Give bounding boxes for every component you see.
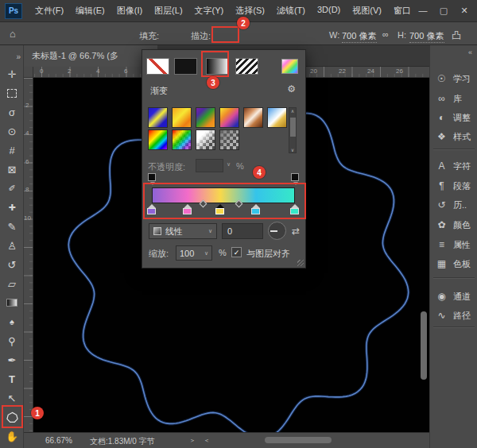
gradient-preset-white-transparent[interactable] [196, 129, 215, 150]
scrollbar-thumb[interactable] [290, 118, 296, 137]
gradient-preset-blue-yellow-blue[interactable] [148, 107, 168, 128]
panel-label: 历.. [453, 199, 467, 211]
reverse-gradient-icon[interactable]: ⇄ [292, 226, 300, 237]
type-tool[interactable]: T [0, 369, 24, 388]
prev-arrow-icon[interactable]: ＜ [204, 436, 210, 445]
menu-edit[interactable]: 编辑(E) [76, 5, 105, 17]
scale-select[interactable]: 100∨ [176, 245, 212, 261]
color-picker-button[interactable] [281, 59, 298, 74]
panel-paragraph[interactable]: ¶段落 [430, 177, 477, 195]
ruler-tick-label: 24 [367, 68, 374, 75]
vertical-scrollbar-thumb[interactable] [421, 311, 427, 380]
panel-channels[interactable]: ◉通道 [430, 288, 477, 305]
annotation-badge-3: 3 [207, 76, 219, 89]
gear-icon[interactable]: ⚙ [287, 83, 296, 95]
menu-type[interactable]: 文字(Y) [195, 5, 224, 17]
panel-properties[interactable]: ≡属性 [430, 236, 477, 253]
panel-swatches[interactable]: ▦色板 [430, 255, 477, 272]
home-icon[interactable]: ⌂ [10, 28, 16, 40]
angle-dial[interactable] [268, 222, 286, 240]
no-color-button[interactable] [146, 58, 169, 75]
panel-adjustments[interactable]: ◐调整 [430, 109, 477, 126]
height-input[interactable]: 700 像素 [409, 30, 444, 43]
menu-image[interactable]: 图像(I) [117, 5, 142, 17]
clone-stamp-tool[interactable]: ♙ [0, 236, 24, 255]
gradient-preset-orange-yellow[interactable] [172, 107, 192, 128]
align-with-layer-checkbox[interactable]: ✓ [231, 247, 242, 257]
menu-3d[interactable]: 3D(D) [317, 5, 340, 17]
minimize-button[interactable]: — [417, 6, 429, 16]
scroll-up-icon[interactable]: ∧ [289, 108, 296, 114]
pattern-button[interactable] [235, 58, 258, 75]
ruler-corner [24, 67, 33, 78]
ruler-tick-label: 6 [124, 68, 127, 75]
preset-scrollbar[interactable]: ∧ ∨ [289, 107, 297, 153]
move-tool[interactable]: ✛ [0, 64, 24, 83]
link-dimensions-icon[interactable]: ∞ [382, 29, 389, 39]
menu-items: 文件(F) 编辑(E) 图像(I) 图层(L) 文字(Y) 选择(S) 滤镜(T… [35, 5, 411, 17]
panel-character[interactable]: A字符 [430, 157, 477, 175]
paths-icon: ∿ [436, 310, 448, 321]
frame-tool[interactable]: ⊠ [0, 160, 24, 179]
collapse-panels-icon[interactable]: « [468, 48, 472, 56]
maximize-button[interactable]: ▢ [437, 6, 450, 16]
annotation-box-gradient-bar [143, 183, 306, 219]
object-selection-tool[interactable]: ⊙ [0, 122, 24, 141]
eyedropper-tool[interactable]: ✐ [0, 179, 24, 198]
opacity-stop-left[interactable] [148, 173, 156, 181]
opacity-stop-right[interactable] [291, 173, 299, 181]
gradient-style-value: 线性 [165, 226, 183, 238]
menu-window[interactable]: 窗口 [394, 5, 411, 17]
brush-tool[interactable]: ✎ [0, 217, 24, 236]
resize-grip[interactable] [297, 260, 304, 266]
menu-view[interactable]: 视图(V) [352, 5, 382, 17]
crop-tool[interactable]: # [0, 141, 24, 160]
solid-color-button[interactable] [174, 58, 197, 75]
menu-select[interactable]: 选择(S) [235, 5, 265, 17]
gradient-preset-spectrum[interactable] [148, 129, 168, 150]
panel-libraries[interactable]: ∞库 [430, 90, 477, 107]
menu-layer[interactable]: 图层(L) [154, 5, 182, 17]
gradient-tool[interactable] [0, 293, 24, 312]
menu-file[interactable]: 文件(F) [35, 5, 64, 17]
history-brush-tool[interactable]: ↺ [0, 255, 24, 274]
panel-label: 字符 [453, 160, 471, 172]
marquee-tool[interactable] [0, 83, 24, 102]
annotation-box-polygon-tool [2, 405, 23, 428]
gradient-preset-blue-white-gold[interactable] [267, 107, 287, 128]
gradient-preset-copper[interactable] [243, 107, 263, 128]
menu-filter[interactable]: 滤镜(T) [277, 5, 305, 17]
lasso-tool[interactable]: σ [0, 102, 24, 122]
panel-learn[interactable]: ☉学习 [430, 70, 477, 87]
panel-styles[interactable]: ❖样式 [430, 128, 477, 145]
gradient-preset-yellow-pink-blue[interactable] [219, 107, 239, 128]
pen-tool[interactable]: ✒ [0, 350, 24, 369]
blur-tool[interactable]: ♠ [0, 312, 24, 331]
healing-brush-tool[interactable]: ✚ [0, 198, 24, 217]
chevron-down-icon: ∨ [208, 228, 212, 234]
status-bar: 66.67% 文档:1.83M/0 字节 ＞ ＜ [24, 432, 429, 448]
panel-color[interactable]: ✿颜色 [430, 216, 477, 234]
horizontal-scrollbar-thumb[interactable] [265, 437, 332, 443]
width-input[interactable]: 700 像素 [342, 30, 377, 43]
gradient-preset-transparent-rainbow[interactable] [172, 129, 192, 150]
zoom-level[interactable]: 66.67% [45, 436, 72, 445]
gradient-style-select[interactable]: 线性 ∨ [149, 223, 217, 239]
export-icon[interactable]: 凸 [452, 29, 461, 42]
dodge-tool[interactable]: ⚲ [0, 331, 24, 350]
gradient-preset-violet-green-orange[interactable] [196, 107, 215, 128]
scroll-down-icon[interactable]: ∨ [289, 147, 296, 153]
panel-paths[interactable]: ∿路径 [430, 307, 477, 324]
divider [433, 149, 475, 149]
next-arrow-icon[interactable]: ＞ [189, 436, 196, 445]
gradient-preset-foreground-transparent[interactable] [219, 129, 239, 150]
hand-tool[interactable]: ✋ [0, 427, 24, 446]
panel-history[interactable]: ↺历.. [430, 196, 477, 214]
toolbar-expand-icon[interactable]: » [0, 48, 24, 64]
angle-input[interactable]: 0 [222, 223, 263, 239]
close-button[interactable]: ✕ [458, 6, 471, 16]
document-tab[interactable]: 未标题-1 @ 66.7% (多 [24, 45, 157, 67]
eraser-tool[interactable]: ▱ [0, 274, 24, 293]
chevron-down-icon: ∨ [227, 161, 231, 168]
swatches-icon: ▦ [436, 258, 448, 269]
